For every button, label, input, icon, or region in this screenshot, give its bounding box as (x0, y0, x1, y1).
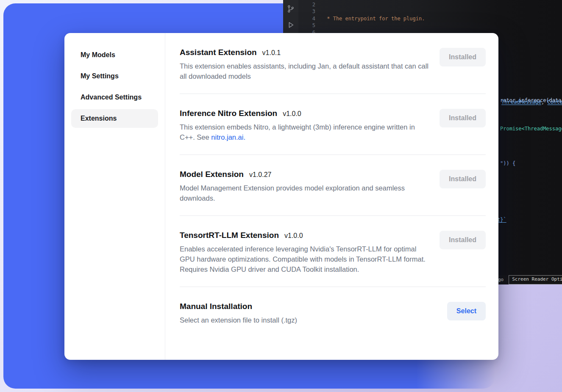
status-text: go (498, 276, 504, 283)
manual-installation-row: Manual Installation Select an extension … (180, 287, 486, 337)
extension-version: v1.0.0 (283, 110, 301, 118)
extension-name: Assistant Extension (180, 48, 257, 57)
extensions-panel: Assistant Extension v1.0.1 This extensio… (165, 33, 498, 360)
installed-button[interactable]: Installed (440, 231, 486, 249)
extension-row: Assistant Extension v1.0.1 This extensio… (180, 33, 486, 94)
nitro-link[interactable]: nitro.jan.ai. (211, 133, 245, 141)
extension-version: v1.0.0 (284, 232, 303, 240)
sidebar-item-advanced-settings[interactable]: Advanced Settings (71, 88, 158, 107)
settings-sidebar: My Models My Settings Advanced Settings … (64, 33, 165, 360)
sidebar-item-my-models[interactable]: My Models (71, 46, 158, 64)
extension-row: Model Extension v1.0.27 Model Management… (180, 155, 486, 216)
run-icon[interactable] (286, 20, 295, 30)
line-number: 4 (298, 15, 315, 22)
extension-title-line: Model Extension v1.0.27 (180, 170, 429, 179)
line-number: 5 (298, 22, 315, 29)
extension-row: Inference Nitro Extension v1.0.0 This ex… (180, 94, 486, 155)
extension-description: This extension embeds Nitro, a lightweig… (180, 122, 429, 142)
extension-title-line: Manual Installation (180, 302, 434, 311)
line-number: 2 (298, 1, 315, 8)
code-fragment: t}` (497, 216, 506, 223)
extension-description: This extension enables assistants, inclu… (180, 61, 429, 81)
extension-version: v1.0.1 (262, 49, 281, 57)
extension-description: Model Management Extension provides mode… (180, 183, 429, 203)
extension-title-line: Inference Nitro Extension v1.0.0 (180, 109, 429, 118)
extension-description: Select an extension file to install (.tg… (180, 315, 434, 325)
select-button[interactable]: Select (447, 302, 486, 320)
installed-button[interactable]: Installed (440, 170, 486, 188)
extension-description: Enables accelerated inference leveraging… (180, 244, 429, 274)
extension-version: v1.0.27 (249, 171, 271, 179)
code-fragment: Promise<ThreadMessage> (500, 125, 562, 132)
git-branch-icon[interactable] (286, 4, 295, 14)
code-fragment: rator.inference(data)); (500, 97, 562, 104)
sidebar-item-my-settings[interactable]: My Settings (71, 67, 158, 86)
extension-title-line: Assistant Extension v1.0.1 (180, 48, 429, 57)
extension-name: Model Extension (180, 170, 244, 179)
extension-name: Inference Nitro Extension (180, 109, 277, 118)
extension-name: Manual Installation (180, 302, 252, 311)
sidebar-item-extensions[interactable]: Extensions (71, 109, 158, 128)
extension-name: TensortRT-LLM Extension (180, 231, 279, 240)
settings-modal: My Models My Settings Advanced Settings … (64, 33, 498, 360)
installed-button[interactable]: Installed (440, 48, 486, 66)
extension-row: TensortRT-LLM Extension v1.0.0 Enables a… (180, 216, 486, 287)
code-fragment: ")) { (500, 160, 515, 167)
installed-button[interactable]: Installed (440, 109, 486, 127)
code-line-comment: * The entrypoint for the plugin. (324, 15, 562, 22)
extension-title-line: TensortRT-LLM Extension v1.0.0 (180, 231, 429, 240)
screen-reader-status-item[interactable]: Screen Reader Optimize (509, 275, 562, 284)
line-number: 3 (298, 8, 315, 15)
